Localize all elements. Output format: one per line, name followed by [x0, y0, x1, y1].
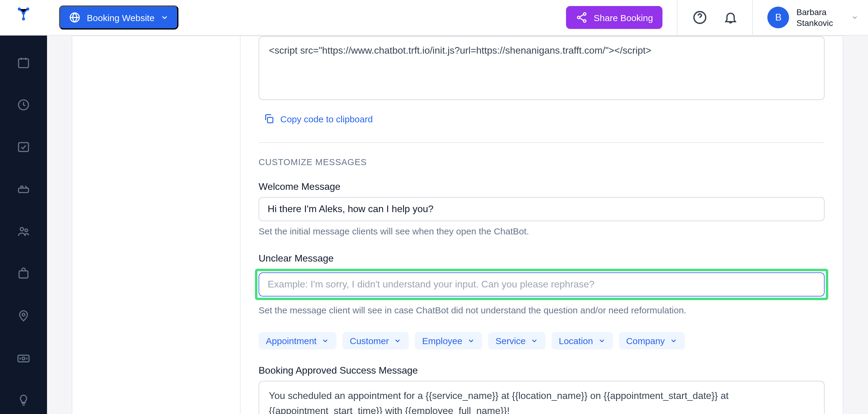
unclear-message-hint: Set the message client will see in case … — [258, 305, 825, 315]
sidebar-item-orders[interactable] — [11, 261, 36, 286]
tag-appointment[interactable]: Appointment — [258, 332, 336, 350]
placeholder-tag-row: Appointment Customer Employee Servi — [258, 332, 825, 350]
section-heading-customize: CUSTOMIZE MESSAGES — [258, 157, 825, 167]
header-divider-2 — [752, 0, 753, 35]
globe-icon — [69, 11, 81, 24]
tag-customer[interactable]: Customer — [342, 332, 409, 350]
content-card: <script src="https://www.chatbot.trft.io… — [72, 36, 843, 414]
svg-point-5 — [20, 227, 24, 231]
embed-code-snippet: <script src="https://www.chatbot.trft.io… — [269, 45, 651, 56]
bell-icon — [724, 10, 738, 25]
tutorial-highlight — [255, 269, 828, 300]
field-welcome-message: Welcome Message Set the initial message … — [258, 181, 825, 236]
chevron-down-icon — [598, 337, 606, 345]
field-success-message: Booking Approved Success Message Set the… — [258, 365, 825, 414]
chevron-down-icon — [394, 337, 402, 345]
chevron-down-icon — [670, 337, 678, 345]
chevron-down-icon — [321, 337, 329, 345]
main-content: <script src="https://www.chatbot.trft.io… — [47, 36, 868, 414]
top-header: Booking Website Share Booking B Barbara — [0, 0, 868, 36]
header-divider — [677, 0, 678, 35]
help-icon — [692, 10, 708, 25]
chevron-down-icon — [851, 14, 858, 21]
sidebar-item-calendar[interactable] — [11, 51, 36, 75]
welcome-message-label: Welcome Message — [258, 181, 825, 192]
sidebar-item-tasks[interactable] — [11, 135, 36, 159]
user-menu[interactable]: B Barbara Stankovic — [768, 7, 858, 29]
svg-point-10 — [22, 357, 25, 360]
help-button[interactable] — [692, 10, 708, 25]
section-divider — [258, 142, 825, 143]
avatar: B — [768, 7, 789, 28]
svg-rect-20 — [268, 118, 273, 123]
copy-icon — [264, 113, 274, 124]
copy-code-button[interactable]: Copy code to clipboard — [258, 110, 378, 128]
welcome-message-input[interactable] — [258, 197, 825, 221]
embed-code-box[interactable]: <script src="https://www.chatbot.trft.io… — [258, 36, 825, 100]
welcome-message-hint: Set the initial message clients will see… — [258, 226, 825, 236]
sidebar-item-customers[interactable] — [11, 219, 36, 244]
chevron-down-icon — [530, 337, 538, 345]
svg-point-8 — [22, 313, 25, 316]
svg-rect-0 — [19, 59, 29, 67]
chevron-down-icon — [161, 13, 169, 22]
site-selector-dropdown[interactable]: Booking Website — [59, 5, 179, 30]
share-booking-button[interactable]: Share Booking — [566, 6, 663, 29]
sidebar-item-finance[interactable] — [11, 346, 36, 370]
logo-icon — [15, 5, 32, 22]
app-logo[interactable] — [0, 0, 47, 35]
sidebar-item-locations[interactable] — [11, 304, 36, 328]
left-sidebar — [0, 0, 47, 414]
site-selector-label: Booking Website — [87, 12, 155, 23]
copy-code-label: Copy code to clipboard — [280, 114, 373, 124]
svg-rect-3 — [19, 188, 29, 193]
svg-rect-2 — [19, 142, 29, 151]
field-unclear-message: Unclear Message Set the message client w… — [258, 253, 825, 315]
tag-company[interactable]: Company — [619, 332, 684, 350]
tag-service[interactable]: Service — [488, 332, 546, 350]
svg-point-6 — [25, 229, 28, 232]
sidebar-item-ideas[interactable] — [11, 388, 36, 412]
notifications-button[interactable] — [724, 10, 738, 25]
tag-employee[interactable]: Employee — [415, 332, 482, 350]
share-button-label: Share Booking — [594, 12, 653, 23]
svg-rect-7 — [19, 271, 28, 278]
sidebar-nav — [11, 51, 36, 414]
sidebar-item-services[interactable] — [11, 177, 36, 201]
svg-point-4 — [21, 186, 23, 188]
success-message-label: Booking Approved Success Message — [258, 365, 825, 376]
chevron-down-icon — [467, 337, 475, 345]
user-name: Barbara Stankovic — [797, 7, 833, 29]
unclear-message-label: Unclear Message — [258, 253, 825, 264]
sidebar-item-dashboard[interactable] — [11, 93, 36, 117]
share-icon — [576, 11, 588, 24]
tag-location[interactable]: Location — [552, 332, 613, 350]
unclear-message-input[interactable] — [258, 273, 825, 296]
settings-sidebar-placeholder — [72, 36, 240, 414]
success-message-textarea[interactable] — [258, 381, 825, 414]
